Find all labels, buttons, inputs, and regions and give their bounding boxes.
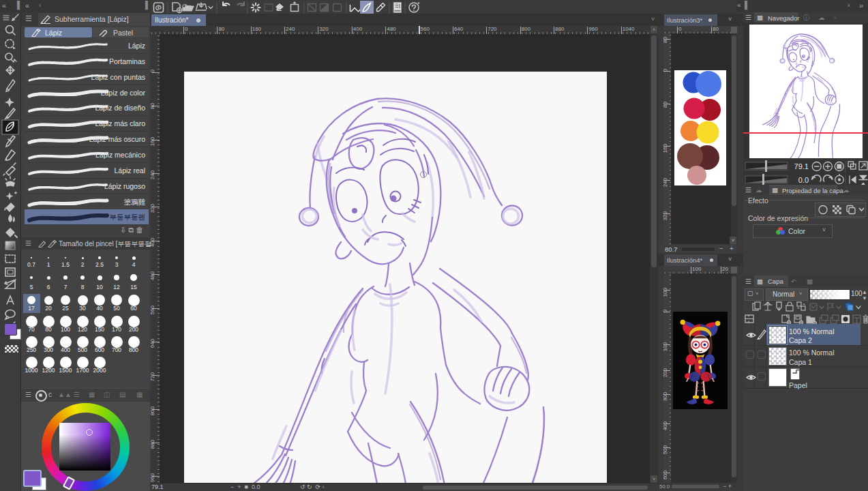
svg-text:79.1: 79.1 — [794, 162, 809, 170]
svg-text:0.0: 0.0 — [798, 176, 809, 184]
